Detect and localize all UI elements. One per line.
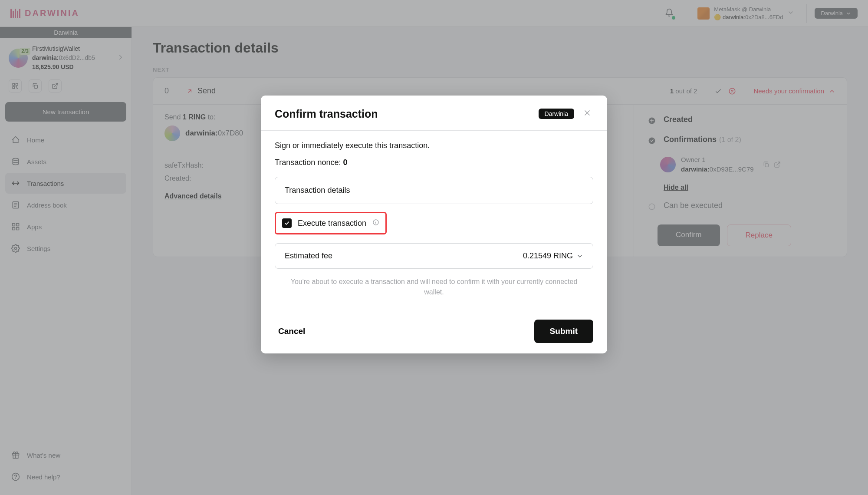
check-icon: [284, 220, 290, 226]
estimated-fee-box[interactable]: Estimated fee 0.21549 RING: [275, 243, 593, 269]
confirm-transaction-modal: Confirm transaction Darwinia Sign or imm…: [261, 96, 607, 353]
close-icon: [583, 109, 592, 117]
execute-transaction-row[interactable]: Execute transaction: [275, 212, 387, 234]
info-icon[interactable]: [372, 219, 379, 228]
transaction-details-box[interactable]: Transaction details: [275, 177, 593, 204]
modal-title: Confirm transaction: [275, 108, 532, 120]
cancel-button[interactable]: Cancel: [275, 321, 309, 341]
execute-warning: You're about to execute a transaction an…: [275, 277, 593, 297]
modal-description: Sign or immediately execute this transac…: [275, 141, 593, 150]
chevron-down-icon: [576, 253, 583, 260]
execute-checkbox[interactable]: [282, 218, 292, 228]
modal-network-badge: Darwinia: [539, 109, 574, 119]
close-button[interactable]: [581, 107, 593, 121]
submit-button[interactable]: Submit: [534, 320, 593, 343]
nonce-row: Transaction nonce: 0: [275, 158, 593, 167]
modal-backdrop[interactable]: Confirm transaction Darwinia Sign or imm…: [0, 0, 868, 495]
